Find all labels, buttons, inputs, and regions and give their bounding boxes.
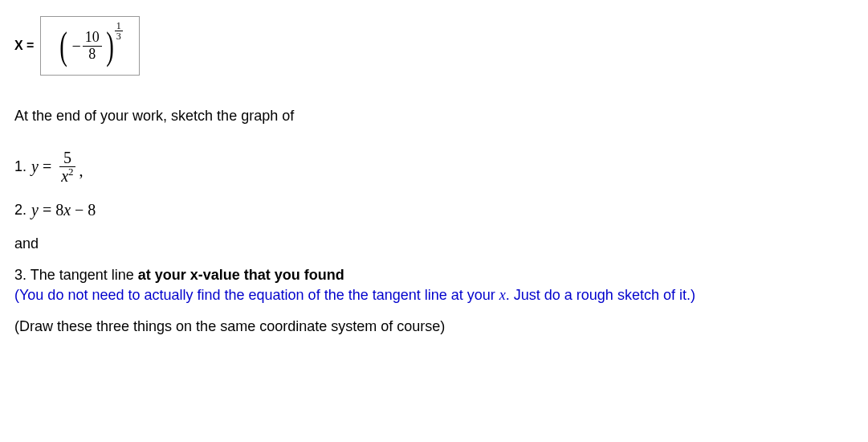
x-label: X =	[14, 39, 34, 53]
and-text: and	[14, 235, 854, 252]
minus-sign: −	[71, 37, 80, 55]
eq2-expr: y = 8x − 8	[31, 201, 96, 219]
item3-prefix: 3. The tangent line	[14, 267, 138, 283]
eq1-den-exp: 2	[68, 166, 74, 178]
eq1-den-var: x	[61, 167, 68, 185]
instruction-text: At the end of your work, sketch the grap…	[14, 108, 854, 125]
eq1-equals: =	[39, 158, 55, 176]
blue-part1: (You do not need to actually find the eq…	[14, 287, 499, 303]
left-paren: (	[60, 27, 68, 65]
eq1-num: 5	[59, 149, 75, 167]
eq1-den: x2	[59, 167, 75, 185]
eq1-prefix: 1.	[14, 158, 26, 175]
item-3: 3. The tangent line at your x-value that…	[14, 267, 854, 284]
exp-fraction: 1 3	[115, 21, 123, 41]
math-answer-box[interactable]: ( − 10 8 ) 1 3	[40, 16, 139, 76]
exp-numerator: 1	[115, 21, 123, 31]
blue-part2: . Just do a rough sketch of it.)	[506, 287, 695, 303]
fraction-10-8: 10 8	[83, 30, 102, 63]
eq1-fraction: 5 x2	[59, 149, 75, 185]
x-equals-row: X = ( − 10 8 ) 1 3	[14, 16, 854, 76]
neg-fraction: − 10 8	[71, 30, 101, 63]
exp-denominator: 3	[115, 31, 123, 41]
eq1-comma: ,	[79, 162, 84, 180]
exponent-one-third: 1 3	[115, 20, 123, 41]
item3-bold: at your x-value that you found	[138, 267, 344, 283]
eq1-y: y	[31, 158, 39, 176]
denominator: 8	[86, 47, 98, 63]
blue-xvar: x	[499, 287, 506, 303]
blue-note: (You do not need to actually find the eq…	[14, 287, 854, 304]
final-note: (Draw these three things on the same coo…	[14, 318, 854, 335]
eq2-prefix: 2.	[14, 202, 26, 219]
numerator: 10	[83, 30, 102, 47]
equation-1: 1. y = 5 x2 ,	[14, 149, 854, 185]
right-paren: )	[106, 27, 114, 65]
equation-2: 2. y = 8x − 8	[14, 201, 854, 219]
